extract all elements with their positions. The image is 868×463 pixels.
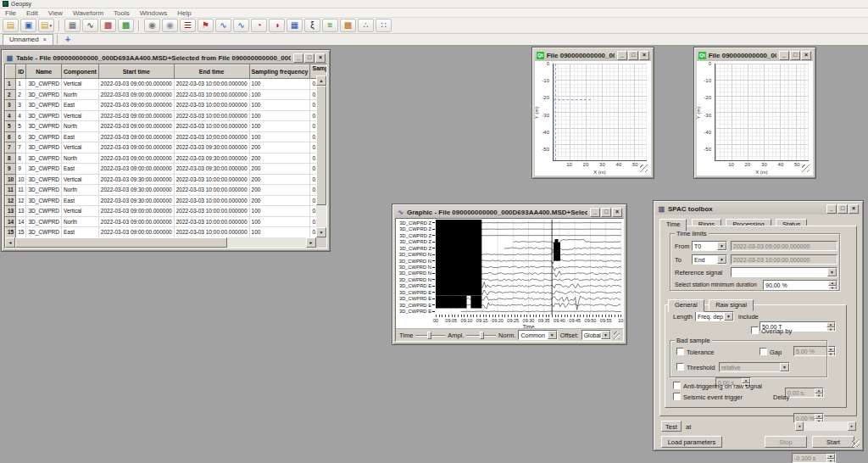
gap-checkbox[interactable] — [760, 348, 767, 355]
open-file-icon[interactable]: ▤ — [3, 19, 19, 32]
dropdown-icon[interactable]: ▼ — [780, 363, 789, 371]
open-options-icon[interactable]: ▤▾ — [38, 19, 54, 32]
menu-edit[interactable]: Edit — [21, 9, 43, 17]
table-vertical-scrollbar[interactable]: ▲ ▼ — [316, 75, 326, 237]
tolerance-checkbox[interactable] — [676, 348, 684, 355]
table-row[interactable]: 11113D_CWPRDNorth2022-03-03 09:30:00.000… — [6, 185, 328, 196]
table-row[interactable]: 663D_CWPRDEast2022-03-03 09:00:00.000000… — [6, 131, 328, 142]
dropdown-icon[interactable]: ▼ — [601, 331, 610, 339]
row-header[interactable]: 12 — [6, 195, 16, 206]
minimize-button[interactable]: _ — [617, 51, 627, 60]
maximize-button[interactable]: □ — [628, 51, 638, 60]
close-button[interactable]: × — [315, 53, 326, 63]
resize-grip[interactable] — [852, 439, 860, 447]
tab-raw-signal[interactable]: Raw signal — [709, 299, 754, 311]
hv-icon[interactable]: ∿ — [233, 19, 249, 32]
frequency-scrollbar[interactable]: ◄ ► — [795, 421, 856, 431]
seismic-trigger-checkbox[interactable] — [673, 393, 681, 400]
time-zoom-slider[interactable] — [415, 331, 445, 340]
scroll-right-icon[interactable]: ► — [848, 421, 856, 431]
norm-select[interactable]: Common▼ — [518, 330, 557, 340]
velocity-map-icon[interactable]: ▩ — [340, 19, 356, 32]
table-row[interactable]: 773D_CWPRDVertical2022-03-03 09:00:00.00… — [6, 142, 328, 153]
from-select[interactable]: T0▼ — [692, 241, 727, 251]
menu-waveform[interactable]: Waveform — [68, 9, 108, 17]
minimize-button[interactable]: _ — [293, 53, 303, 63]
row-header[interactable]: 10 — [6, 174, 16, 185]
matrix-icon[interactable]: ▦ — [287, 19, 303, 32]
refraction-icon[interactable]: ξ — [304, 19, 320, 32]
resize-grip[interactable] — [802, 165, 810, 172]
add-tab-button[interactable]: + — [61, 35, 75, 45]
menu-help[interactable]: Help — [172, 9, 196, 17]
row-header[interactable]: 11 — [6, 185, 16, 196]
spin-down-icon[interactable]: ▼ — [826, 352, 835, 356]
table-row[interactable]: 14143D_CWPRDNorth2022-03-03 09:00:00.000… — [6, 216, 328, 227]
scroll-left-icon[interactable]: ◄ — [795, 421, 804, 431]
row-header[interactable]: 3 — [6, 100, 16, 111]
threshold-mode-select[interactable]: relative▼ — [719, 362, 790, 372]
close-button[interactable]: × — [639, 51, 649, 60]
table-row[interactable]: 333D_CWPRDEast2022-03-03 09:00:00.000000… — [6, 100, 328, 111]
row-header[interactable]: 14 — [6, 216, 16, 227]
profile-icon[interactable]: ≡ — [322, 19, 338, 32]
minimize-button[interactable]: _ — [779, 51, 789, 60]
column-header-component[interactable]: Component — [61, 65, 98, 79]
tab-time[interactable]: Time — [659, 219, 687, 232]
spin-down-icon[interactable]: ▼ — [815, 393, 823, 398]
close-button[interactable]: × — [612, 208, 622, 217]
array-transform-icon[interactable]: ◉ — [144, 19, 160, 32]
menu-windows[interactable]: Windows — [135, 9, 172, 17]
report-icon[interactable]: ∷ — [376, 19, 392, 32]
tab-close-icon[interactable]: × — [43, 36, 47, 42]
gap-spinbox[interactable]: 0.00 s. ▲▼ — [785, 388, 824, 398]
dropdown-icon[interactable]: ▼ — [717, 242, 726, 250]
column-header-name[interactable]: Name — [26, 65, 61, 79]
tab-general[interactable]: General — [668, 299, 704, 312]
map-view-icon[interactable]: ▩ — [100, 19, 116, 32]
spin-down-icon[interactable]: ▼ — [828, 286, 837, 290]
row-header[interactable]: 15 — [6, 227, 16, 238]
dropdown-icon[interactable]: ▼ — [717, 255, 726, 264]
column-header-end-time[interactable]: End time — [174, 65, 249, 79]
menu-tools[interactable]: Tools — [108, 9, 135, 17]
close-button[interactable]: × — [849, 204, 859, 214]
maximize-button[interactable]: □ — [304, 53, 314, 63]
table-row[interactable]: 13133D_CWPRDVertical2022-03-03 09:00:00.… — [6, 206, 328, 217]
table-row[interactable]: 993D_CWPRDEast2022-03-03 09:00:00.000000… — [6, 164, 328, 175]
picking-icon[interactable]: ⚑ — [198, 19, 214, 32]
row-header[interactable]: 7 — [6, 142, 16, 153]
row-header[interactable]: 8 — [6, 153, 16, 164]
scroll-left-icon[interactable]: ◄ — [5, 237, 15, 248]
column-header-start-time[interactable]: Start time — [98, 65, 174, 79]
row-header[interactable]: 1 — [6, 79, 16, 90]
dropdown-icon[interactable]: ▾ — [49, 21, 52, 30]
minimize-button[interactable]: _ — [590, 208, 600, 217]
waveform-plot-area[interactable] — [436, 220, 621, 315]
spin-down-icon[interactable]: ▼ — [826, 459, 835, 463]
column-header-id[interactable]: ID — [16, 65, 26, 79]
graphic-window-titlebar[interactable]: ∿ Graphic - File 090000000000_000D693AA4… — [395, 207, 624, 218]
waveform-organizer-icon[interactable]: ☰ — [180, 19, 196, 32]
graphic-view-icon[interactable]: ∿ — [82, 19, 98, 32]
load-parameters-button[interactable]: Load parameters — [661, 436, 722, 448]
close-button[interactable]: × — [801, 51, 811, 60]
table-row[interactable]: 12123D_CWPRDEast2022-03-03 09:30:00.0000… — [6, 195, 328, 206]
amplitude-slider[interactable] — [466, 331, 496, 340]
dropdown-icon[interactable]: ▼ — [827, 268, 837, 276]
maximize-button[interactable]: □ — [601, 208, 611, 217]
maximize-button[interactable]: □ — [837, 204, 848, 214]
threshold-checkbox[interactable] — [676, 363, 684, 371]
reference-signal-select[interactable]: ▼ — [731, 267, 837, 277]
maximize-button[interactable]: □ — [790, 51, 800, 60]
app-titlebar[interactable]: Geopsy — [0, 0, 868, 8]
row-header[interactable]: 4 — [6, 110, 16, 121]
group-view-icon[interactable]: ▩ — [118, 19, 134, 32]
length-mode-select[interactable]: Freq. dep.▼ — [695, 311, 734, 321]
table-row[interactable]: 553D_CWPRDNorth2022-03-03 09:00:00.00000… — [6, 121, 328, 132]
table-row[interactable]: 113D_CWPRDVertical2022-03-03 09:00:00.00… — [6, 79, 328, 90]
test-button[interactable]: Test — [661, 421, 682, 432]
start-button[interactable]: Start — [812, 436, 854, 448]
save-file-icon[interactable]: ▣ — [20, 19, 36, 32]
dropdown-icon[interactable]: ▼ — [724, 312, 733, 321]
